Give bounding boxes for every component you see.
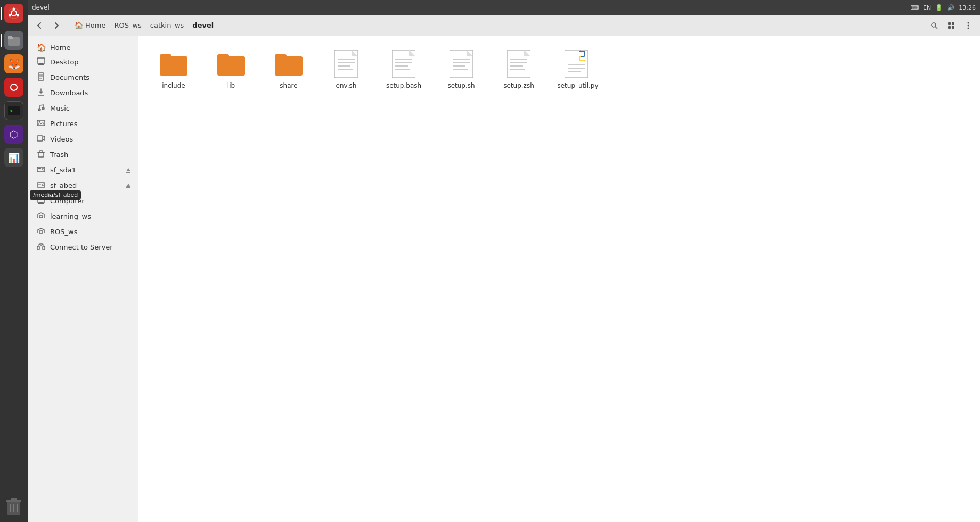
dock-item-app2[interactable]: ⬡ (3, 123, 25, 145)
svg-point-99 (580, 51, 582, 52)
svg-rect-21 (952, 22, 954, 25)
file-item-lib[interactable]: lib (205, 45, 258, 94)
sidebar-sf-sda1-label: sf_sda1 (50, 166, 76, 174)
system-tray: ⌨ EN 🔋 🔊 13:26 (910, 4, 976, 11)
svg-rect-68 (217, 54, 229, 60)
setup-bash-label: setup.bash (386, 82, 421, 89)
dock-item-ubuntu[interactable] (3, 2, 25, 24)
sidebar-item-music[interactable]: Music (30, 101, 136, 116)
terminal-icon: >_ (4, 101, 23, 120)
breadcrumb-ros-ws-label: ROS_ws (114, 21, 141, 29)
sidebar-item-trash[interactable]: Trash (30, 147, 136, 162)
eject-sf-sda1-button[interactable] (123, 165, 134, 176)
svg-text:>_: >_ (10, 108, 17, 114)
dock-item-app1[interactable] (3, 76, 25, 98)
app1-icon (4, 78, 23, 97)
home-breadcrumb-icon: 🏠 (75, 21, 83, 29)
sidebar-item-ros-ws[interactable]: ROS_ws (30, 224, 136, 239)
sidebar-connect-label: Connect to Server (50, 243, 113, 251)
svg-rect-48 (37, 183, 45, 187)
sidebar-item-downloads[interactable]: Downloads (30, 85, 136, 101)
dock-item-trash[interactable] (3, 495, 25, 518)
svg-rect-7 (8, 36, 12, 38)
ubuntu-icon (4, 4, 23, 23)
svg-point-18 (932, 23, 936, 27)
file-item-include[interactable]: include (147, 45, 200, 94)
firefox-icon: 🦊 (4, 54, 23, 73)
lang-indicator: EN (923, 4, 931, 11)
sidebar-item-home[interactable]: 🏠 Home (30, 40, 136, 54)
eject-sf-abed-button[interactable] (123, 180, 134, 191)
svg-rect-58 (37, 246, 39, 250)
file-item-share[interactable]: share (262, 45, 315, 94)
sidebar-item-sf-abed[interactable]: sf_abed /media/sf_abed (30, 178, 136, 193)
setup-util-py-label: _setup_util.py (554, 82, 598, 89)
files-icon (4, 31, 23, 50)
svg-marker-46 (126, 168, 130, 171)
sidebar-desktop-label: Desktop (50, 58, 79, 66)
svg-point-26 (968, 27, 969, 29)
file-item-setup-zsh[interactable]: setup.zsh (492, 45, 545, 94)
share-label: share (280, 82, 297, 89)
back-button[interactable] (32, 18, 47, 33)
sidebar-item-sf-sda1[interactable]: sf_sda1 (30, 162, 136, 178)
dock-item-files[interactable] (3, 29, 25, 52)
svg-point-25 (968, 24, 969, 26)
sidebar-home-label: Home (50, 44, 70, 52)
breadcrumb-catkin-ws[interactable]: catkin_ws (146, 20, 189, 31)
dock-trash-icon (4, 497, 23, 516)
sidebar-item-computer[interactable]: Computer (30, 193, 136, 209)
sidebar-item-desktop[interactable]: Desktop (30, 54, 136, 70)
svg-rect-42 (39, 151, 43, 152)
sidebar-learning-ws-label: learning_ws (50, 212, 91, 220)
breadcrumb-devel[interactable]: devel (188, 20, 218, 31)
sidebar-item-connect[interactable]: Connect to Server (30, 239, 136, 255)
sidebar-videos-label: Videos (50, 135, 73, 143)
setup-sh-icon (446, 49, 476, 79)
sidebar-pictures-label: Pictures (50, 120, 77, 128)
file-manager: devel ⌨ EN 🔋 🔊 13:26 🏠 Home ROS_ws catki (28, 0, 980, 522)
dock-item-app3[interactable]: 📊 (3, 146, 25, 169)
menu-button[interactable] (961, 18, 976, 33)
sidebar-item-documents[interactable]: Documents (30, 70, 136, 85)
svg-point-49 (42, 184, 44, 186)
file-item-setup-util-py[interactable]: _setup_util.py (550, 45, 603, 94)
setup-zsh-icon (504, 49, 534, 79)
sidebar-item-learning-ws[interactable]: learning_ws (30, 209, 136, 224)
dock-item-terminal[interactable]: >_ (3, 100, 25, 122)
svg-rect-55 (38, 203, 44, 204)
svg-rect-47 (126, 172, 130, 173)
file-item-env-sh[interactable]: env.sh (320, 45, 373, 94)
svg-point-36 (42, 107, 44, 110)
search-button[interactable] (927, 18, 942, 33)
sidebar-item-pictures[interactable]: Pictures (30, 116, 136, 131)
toolbar-right (927, 18, 976, 33)
svg-point-2 (13, 8, 15, 11)
svg-rect-23 (952, 26, 954, 29)
sidebar-item-videos[interactable]: Videos (30, 131, 136, 147)
svg-rect-27 (37, 58, 45, 63)
file-item-setup-bash[interactable]: setup.bash (377, 45, 430, 94)
breadcrumb-home[interactable]: 🏠 Home (70, 20, 110, 31)
forward-button[interactable] (49, 18, 64, 33)
ros-ws-icon (36, 227, 46, 237)
svg-point-38 (39, 121, 40, 123)
breadcrumb-home-label: Home (85, 21, 105, 29)
dock-item-firefox[interactable]: 🦊 (3, 53, 25, 75)
app2-icon: ⬡ (4, 125, 23, 144)
svg-point-3 (17, 14, 19, 17)
file-view: include lib (138, 36, 980, 522)
sidebar-trash-label: Trash (50, 151, 68, 159)
svg-rect-66 (160, 54, 172, 60)
svg-rect-13 (6, 500, 21, 502)
learning-ws-icon (36, 211, 46, 221)
svg-point-100 (584, 60, 586, 62)
toolbar: 🏠 Home ROS_ws catkin_ws devel (28, 15, 980, 36)
breadcrumb-ros-ws[interactable]: ROS_ws (110, 20, 145, 31)
file-item-setup-sh[interactable]: setup.sh (435, 45, 488, 94)
view-grid-button[interactable] (944, 18, 959, 33)
svg-point-44 (42, 168, 44, 170)
svg-marker-51 (126, 184, 130, 187)
desktop-icon (36, 57, 46, 67)
window-title: devel (32, 4, 50, 11)
